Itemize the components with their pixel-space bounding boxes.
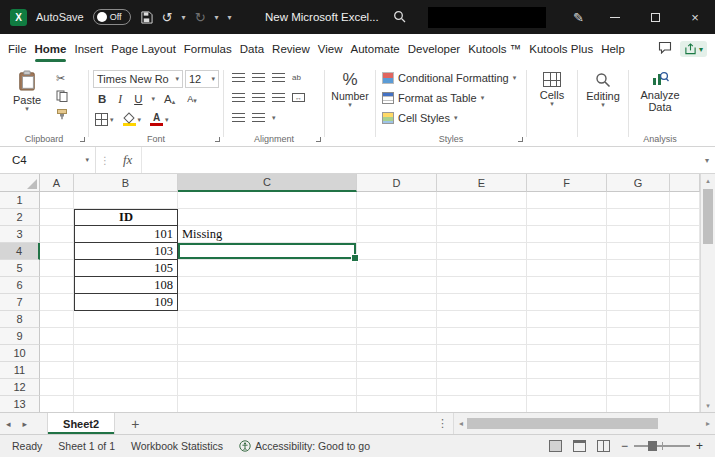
row-header-9[interactable]: 9 [0, 328, 40, 345]
column-header-b[interactable]: B [74, 174, 178, 192]
font-color-button[interactable]: A ▾ [150, 113, 169, 126]
font-name-combo[interactable]: Times New Ro ▾ [93, 70, 183, 88]
sheet-options-icon[interactable]: ⋮ [432, 417, 453, 430]
cell-D9[interactable] [357, 328, 437, 345]
cell-G2[interactable] [607, 209, 670, 226]
cell-F1[interactable] [527, 192, 607, 209]
cell-E2[interactable] [437, 209, 527, 226]
cell-G12[interactable] [607, 379, 670, 396]
cell-A8[interactable] [40, 311, 74, 328]
menu-tab-insert[interactable]: Insert [70, 34, 107, 64]
increase-indent-icon[interactable] [252, 113, 265, 122]
cell-B4[interactable]: 103 [74, 243, 178, 260]
insert-function-button[interactable]: fx [114, 152, 141, 168]
font-size-combo[interactable]: 12 ▾ [185, 70, 219, 88]
hscroll-right-icon[interactable]: ▸ [704, 419, 712, 428]
row-header-10[interactable]: 10 [0, 345, 40, 362]
cell-F7[interactable] [527, 294, 607, 311]
menu-tab-formulas[interactable]: Formulas [180, 34, 236, 64]
sheet-tab-sheet2[interactable]: Sheet2 [47, 413, 115, 434]
cell-G5[interactable] [607, 260, 670, 277]
cell-C4[interactable] [178, 243, 357, 260]
cell-G9[interactable] [607, 328, 670, 345]
menu-tab-data[interactable]: Data [236, 34, 268, 64]
column-header-g[interactable]: G [607, 174, 670, 192]
number-format-button[interactable]: % Number ▾ [325, 70, 375, 108]
cell-D13[interactable] [357, 396, 437, 412]
cell-G10[interactable] [607, 345, 670, 362]
cell-B11[interactable] [74, 362, 178, 379]
cell-B2[interactable]: ID [74, 209, 178, 226]
search-icon[interactable] [393, 10, 406, 23]
row-header-5[interactable]: 5 [0, 260, 40, 277]
cell-E3[interactable] [437, 226, 527, 243]
menu-tab-kutools-plus[interactable]: Kutools Plus [525, 34, 597, 64]
align-right-icon[interactable] [272, 93, 285, 102]
horizontal-scrollbar[interactable]: ◂ ▸ [453, 413, 715, 434]
cell-D11[interactable] [357, 362, 437, 379]
alignment-more-icon[interactable]: ▾ [272, 115, 276, 121]
cell-C11[interactable] [178, 362, 357, 379]
select-all-button[interactable] [0, 174, 40, 192]
row-header-7[interactable]: 7 [0, 294, 40, 311]
format-painter-icon[interactable] [56, 108, 68, 123]
cell-E7[interactable] [437, 294, 527, 311]
page-layout-view-button[interactable] [573, 440, 586, 452]
cell-F11[interactable] [527, 362, 607, 379]
copy-icon[interactable] [56, 90, 68, 105]
close-button[interactable]: × [675, 0, 715, 34]
row-header-1[interactable]: 1 [0, 192, 40, 209]
menu-tab-file[interactable]: File [4, 34, 31, 64]
cell-E8[interactable] [437, 311, 527, 328]
page-break-view-button[interactable] [597, 440, 610, 452]
menu-tab-review[interactable]: Review [268, 34, 314, 64]
row-header-8[interactable]: 8 [0, 311, 40, 328]
row-header-3[interactable]: 3 [0, 226, 40, 243]
cell-E1[interactable] [437, 192, 527, 209]
row-header-11[interactable]: 11 [0, 362, 40, 379]
decrease-indent-icon[interactable] [232, 113, 245, 122]
cell-C7[interactable] [178, 294, 357, 311]
fill-color-button[interactable]: ▾ [123, 113, 142, 126]
underline-button[interactable]: U [131, 93, 145, 105]
zoom-knob[interactable] [648, 441, 657, 451]
cell-A9[interactable] [40, 328, 74, 345]
cell-G13[interactable] [607, 396, 670, 412]
wrap-text-icon[interactable]: ab [292, 73, 301, 82]
cell-G6[interactable] [607, 277, 670, 294]
undo-icon[interactable]: ↺ [162, 10, 173, 25]
cell-A7[interactable] [40, 294, 74, 311]
styles-dialog-launcher-icon[interactable] [518, 137, 523, 142]
zoom-in-button[interactable]: + [696, 439, 703, 453]
cell-G3[interactable] [607, 226, 670, 243]
zoom-out-button[interactable]: − [621, 439, 628, 453]
cell-G4[interactable] [607, 243, 670, 260]
cell-B1[interactable] [74, 192, 178, 209]
row-header-12[interactable]: 12 [0, 379, 40, 396]
bold-button[interactable]: B [95, 93, 109, 105]
cell-F6[interactable] [527, 277, 607, 294]
merge-center-icon[interactable]: ↔ [292, 93, 305, 102]
cell-G8[interactable] [607, 311, 670, 328]
cell-F4[interactable] [527, 243, 607, 260]
cell-D7[interactable] [357, 294, 437, 311]
sheet-nav-next-icon[interactable]: ▸ [17, 419, 34, 429]
cell-B3[interactable]: 101 [74, 226, 178, 243]
menu-tab-automate[interactable]: Automate [347, 34, 404, 64]
align-top-icon[interactable] [232, 73, 245, 82]
redo-dropdown-icon[interactable]: ▾ [215, 13, 219, 22]
column-header-d[interactable]: D [357, 174, 437, 192]
column-header-a[interactable]: A [40, 174, 74, 192]
cell-E10[interactable] [437, 345, 527, 362]
column-header-c[interactable]: C [178, 174, 357, 192]
row-header-6[interactable]: 6 [0, 277, 40, 294]
cell-C6[interactable] [178, 277, 357, 294]
align-center-icon[interactable] [252, 93, 265, 102]
font-dialog-launcher-icon[interactable] [215, 137, 220, 142]
cell-B6[interactable]: 108 [74, 277, 178, 294]
name-box[interactable]: C4 ▾ [0, 147, 96, 173]
cell-D12[interactable] [357, 379, 437, 396]
zoom-slider[interactable] [634, 445, 690, 447]
hscroll-thumb[interactable] [467, 418, 658, 429]
cell-F2[interactable] [527, 209, 607, 226]
